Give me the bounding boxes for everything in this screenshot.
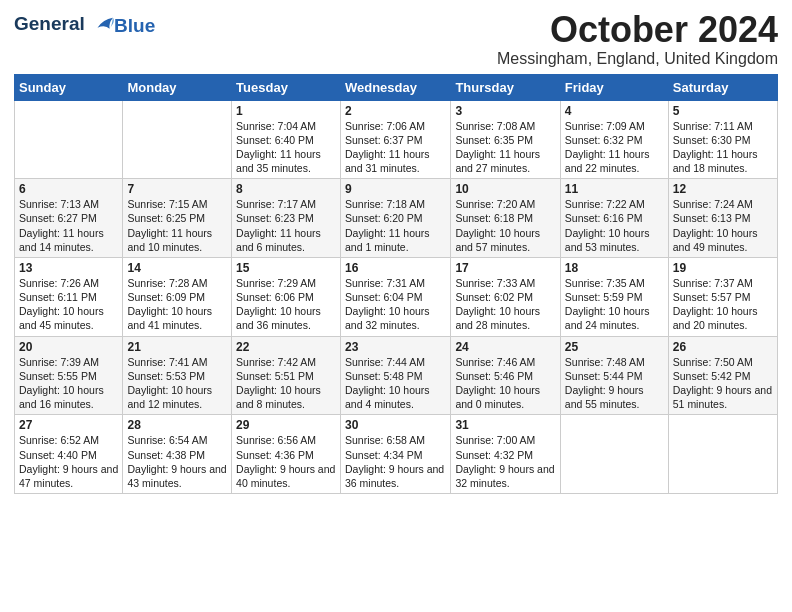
day-info-6: Sunrise: 7:13 AM Sunset: 6:27 PM Dayligh… [19, 197, 118, 254]
day-info-30: Sunrise: 6:58 AM Sunset: 4:34 PM Dayligh… [345, 433, 446, 490]
day-info-5: Sunrise: 7:11 AM Sunset: 6:30 PM Dayligh… [673, 119, 773, 176]
day-info-21: Sunrise: 7:41 AM Sunset: 5:53 PM Dayligh… [127, 355, 227, 412]
cell-w3-d7: 19Sunrise: 7:37 AM Sunset: 5:57 PM Dayli… [668, 257, 777, 336]
cell-w2-d2: 7Sunrise: 7:15 AM Sunset: 6:25 PM Daylig… [123, 179, 232, 258]
day-info-25: Sunrise: 7:48 AM Sunset: 5:44 PM Dayligh… [565, 355, 664, 412]
day-info-18: Sunrise: 7:35 AM Sunset: 5:59 PM Dayligh… [565, 276, 664, 333]
day-number-16: 16 [345, 261, 446, 275]
header-tuesday: Tuesday [232, 74, 341, 100]
cell-w2-d6: 11Sunrise: 7:22 AM Sunset: 6:16 PM Dayli… [560, 179, 668, 258]
day-info-16: Sunrise: 7:31 AM Sunset: 6:04 PM Dayligh… [345, 276, 446, 333]
day-info-19: Sunrise: 7:37 AM Sunset: 5:57 PM Dayligh… [673, 276, 773, 333]
day-info-13: Sunrise: 7:26 AM Sunset: 6:11 PM Dayligh… [19, 276, 118, 333]
day-number-17: 17 [455, 261, 555, 275]
day-number-6: 6 [19, 182, 118, 196]
day-info-4: Sunrise: 7:09 AM Sunset: 6:32 PM Dayligh… [565, 119, 664, 176]
week-row-2: 6Sunrise: 7:13 AM Sunset: 6:27 PM Daylig… [15, 179, 778, 258]
cell-w3-d5: 17Sunrise: 7:33 AM Sunset: 6:02 PM Dayli… [451, 257, 560, 336]
cell-w3-d6: 18Sunrise: 7:35 AM Sunset: 5:59 PM Dayli… [560, 257, 668, 336]
day-info-12: Sunrise: 7:24 AM Sunset: 6:13 PM Dayligh… [673, 197, 773, 254]
logo-general: General [14, 13, 85, 34]
day-number-9: 9 [345, 182, 446, 196]
day-number-28: 28 [127, 418, 227, 432]
day-info-28: Sunrise: 6:54 AM Sunset: 4:38 PM Dayligh… [127, 433, 227, 490]
day-info-26: Sunrise: 7:50 AM Sunset: 5:42 PM Dayligh… [673, 355, 773, 412]
day-number-19: 19 [673, 261, 773, 275]
logo-blue: Blue [114, 16, 155, 37]
day-info-2: Sunrise: 7:06 AM Sunset: 6:37 PM Dayligh… [345, 119, 446, 176]
cell-w3-d3: 15Sunrise: 7:29 AM Sunset: 6:06 PM Dayli… [232, 257, 341, 336]
cell-w5-d3: 29Sunrise: 6:56 AM Sunset: 4:36 PM Dayli… [232, 415, 341, 494]
day-number-22: 22 [236, 340, 336, 354]
day-number-5: 5 [673, 104, 773, 118]
day-number-20: 20 [19, 340, 118, 354]
page: General Blue October 2024 Messingham, En… [0, 0, 792, 612]
week-row-1: 1Sunrise: 7:04 AM Sunset: 6:40 PM Daylig… [15, 100, 778, 179]
day-info-9: Sunrise: 7:18 AM Sunset: 6:20 PM Dayligh… [345, 197, 446, 254]
header-wednesday: Wednesday [340, 74, 450, 100]
day-number-13: 13 [19, 261, 118, 275]
cell-w4-d4: 23Sunrise: 7:44 AM Sunset: 5:48 PM Dayli… [340, 336, 450, 415]
cell-w4-d2: 21Sunrise: 7:41 AM Sunset: 5:53 PM Dayli… [123, 336, 232, 415]
cell-w3-d2: 14Sunrise: 7:28 AM Sunset: 6:09 PM Dayli… [123, 257, 232, 336]
header-sunday: Sunday [15, 74, 123, 100]
cell-w2-d3: 8Sunrise: 7:17 AM Sunset: 6:23 PM Daylig… [232, 179, 341, 258]
cell-w5-d1: 27Sunrise: 6:52 AM Sunset: 4:40 PM Dayli… [15, 415, 123, 494]
day-info-7: Sunrise: 7:15 AM Sunset: 6:25 PM Dayligh… [127, 197, 227, 254]
day-number-14: 14 [127, 261, 227, 275]
weekday-header-row: Sunday Monday Tuesday Wednesday Thursday… [15, 74, 778, 100]
day-number-18: 18 [565, 261, 664, 275]
day-number-29: 29 [236, 418, 336, 432]
week-row-3: 13Sunrise: 7:26 AM Sunset: 6:11 PM Dayli… [15, 257, 778, 336]
cell-w5-d7 [668, 415, 777, 494]
cell-w3-d1: 13Sunrise: 7:26 AM Sunset: 6:11 PM Dayli… [15, 257, 123, 336]
day-info-29: Sunrise: 6:56 AM Sunset: 4:36 PM Dayligh… [236, 433, 336, 490]
cell-w4-d5: 24Sunrise: 7:46 AM Sunset: 5:46 PM Dayli… [451, 336, 560, 415]
cell-w1-d6: 4Sunrise: 7:09 AM Sunset: 6:32 PM Daylig… [560, 100, 668, 179]
day-number-24: 24 [455, 340, 555, 354]
title-block: October 2024 Messingham, England, United… [497, 10, 778, 68]
day-number-30: 30 [345, 418, 446, 432]
cell-w1-d5: 3Sunrise: 7:08 AM Sunset: 6:35 PM Daylig… [451, 100, 560, 179]
cell-w4-d7: 26Sunrise: 7:50 AM Sunset: 5:42 PM Dayli… [668, 336, 777, 415]
cell-w2-d7: 12Sunrise: 7:24 AM Sunset: 6:13 PM Dayli… [668, 179, 777, 258]
location: Messingham, England, United Kingdom [497, 50, 778, 68]
day-number-3: 3 [455, 104, 555, 118]
day-info-3: Sunrise: 7:08 AM Sunset: 6:35 PM Dayligh… [455, 119, 555, 176]
cell-w1-d4: 2Sunrise: 7:06 AM Sunset: 6:37 PM Daylig… [340, 100, 450, 179]
day-info-31: Sunrise: 7:00 AM Sunset: 4:32 PM Dayligh… [455, 433, 555, 490]
cell-w5-d4: 30Sunrise: 6:58 AM Sunset: 4:34 PM Dayli… [340, 415, 450, 494]
header-saturday: Saturday [668, 74, 777, 100]
cell-w4-d1: 20Sunrise: 7:39 AM Sunset: 5:55 PM Dayli… [15, 336, 123, 415]
logo: General Blue [14, 14, 155, 37]
day-number-25: 25 [565, 340, 664, 354]
cell-w5-d5: 31Sunrise: 7:00 AM Sunset: 4:32 PM Dayli… [451, 415, 560, 494]
header: General Blue October 2024 Messingham, En… [14, 10, 778, 68]
day-number-8: 8 [236, 182, 336, 196]
header-friday: Friday [560, 74, 668, 100]
cell-w5-d2: 28Sunrise: 6:54 AM Sunset: 4:38 PM Dayli… [123, 415, 232, 494]
day-info-14: Sunrise: 7:28 AM Sunset: 6:09 PM Dayligh… [127, 276, 227, 333]
day-info-8: Sunrise: 7:17 AM Sunset: 6:23 PM Dayligh… [236, 197, 336, 254]
day-number-31: 31 [455, 418, 555, 432]
cell-w2-d4: 9Sunrise: 7:18 AM Sunset: 6:20 PM Daylig… [340, 179, 450, 258]
header-monday: Monday [123, 74, 232, 100]
cell-w3-d4: 16Sunrise: 7:31 AM Sunset: 6:04 PM Dayli… [340, 257, 450, 336]
day-number-12: 12 [673, 182, 773, 196]
month-title: October 2024 [497, 10, 778, 50]
day-info-10: Sunrise: 7:20 AM Sunset: 6:18 PM Dayligh… [455, 197, 555, 254]
day-number-2: 2 [345, 104, 446, 118]
week-row-5: 27Sunrise: 6:52 AM Sunset: 4:40 PM Dayli… [15, 415, 778, 494]
cell-w1-d7: 5Sunrise: 7:11 AM Sunset: 6:30 PM Daylig… [668, 100, 777, 179]
logo-bird-icon [92, 14, 114, 36]
day-info-15: Sunrise: 7:29 AM Sunset: 6:06 PM Dayligh… [236, 276, 336, 333]
day-info-22: Sunrise: 7:42 AM Sunset: 5:51 PM Dayligh… [236, 355, 336, 412]
day-info-1: Sunrise: 7:04 AM Sunset: 6:40 PM Dayligh… [236, 119, 336, 176]
day-info-24: Sunrise: 7:46 AM Sunset: 5:46 PM Dayligh… [455, 355, 555, 412]
day-number-27: 27 [19, 418, 118, 432]
day-number-7: 7 [127, 182, 227, 196]
day-number-23: 23 [345, 340, 446, 354]
day-number-10: 10 [455, 182, 555, 196]
header-thursday: Thursday [451, 74, 560, 100]
cell-w1-d2 [123, 100, 232, 179]
